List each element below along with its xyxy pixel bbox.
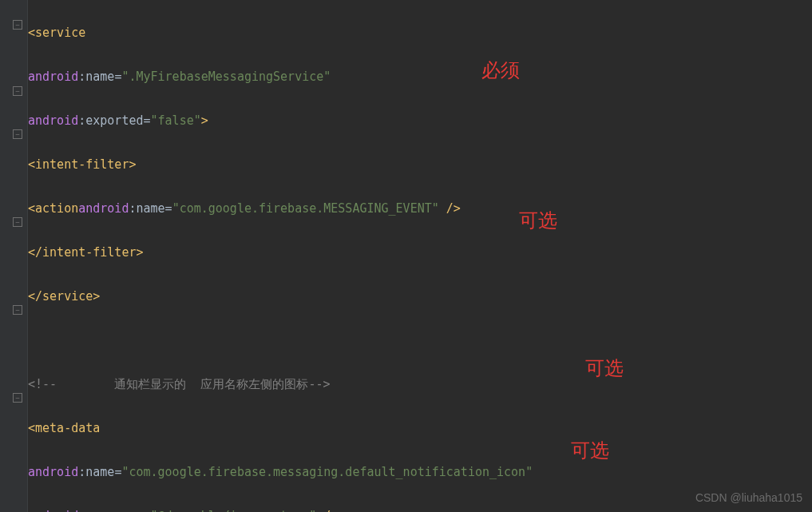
fold-icon[interactable]: − — [13, 217, 22, 227]
annotation-optional-2: 可选 — [585, 355, 624, 381]
code-line: </intent-filter> — [28, 242, 812, 264]
code-editor[interactable]: <service android:name=".MyFirebaseMessag… — [28, 0, 812, 512]
fold-icon[interactable]: − — [13, 393, 22, 403]
code-line: android:resource="@drawable/icon_return"… — [28, 506, 812, 513]
annotation-optional-1: 可选 — [519, 208, 557, 233]
code-line — [28, 330, 812, 352]
watermark-text: CSDN @liuhaha1015 — [695, 491, 802, 504]
code-line: android:exported="false"> — [28, 110, 812, 133]
code-line: <!-- 通知栏显示的 应用名称左侧的图标--> — [28, 374, 812, 396]
annotation-optional-3: 可选 — [571, 438, 609, 463]
code-line: android:name="com.google.firebase.messag… — [28, 462, 812, 484]
code-line: <intent-filter> — [28, 154, 812, 177]
code-line: <meta-data — [28, 418, 812, 440]
code-line: android:name=".MyFirebaseMessagingServic… — [28, 66, 812, 89]
fold-icon[interactable]: − — [13, 86, 22, 96]
code-line: <action android:name="com.google.firebas… — [28, 198, 812, 220]
editor-gutter: − − − − − − — [0, 0, 28, 512]
annotation-required: 必须 — [481, 58, 520, 83]
fold-icon[interactable]: − — [13, 129, 22, 139]
code-line: <service — [28, 22, 812, 45]
fold-icon[interactable]: − — [13, 305, 22, 315]
fold-icon[interactable]: − — [13, 20, 22, 30]
code-line: </service> — [28, 286, 812, 308]
